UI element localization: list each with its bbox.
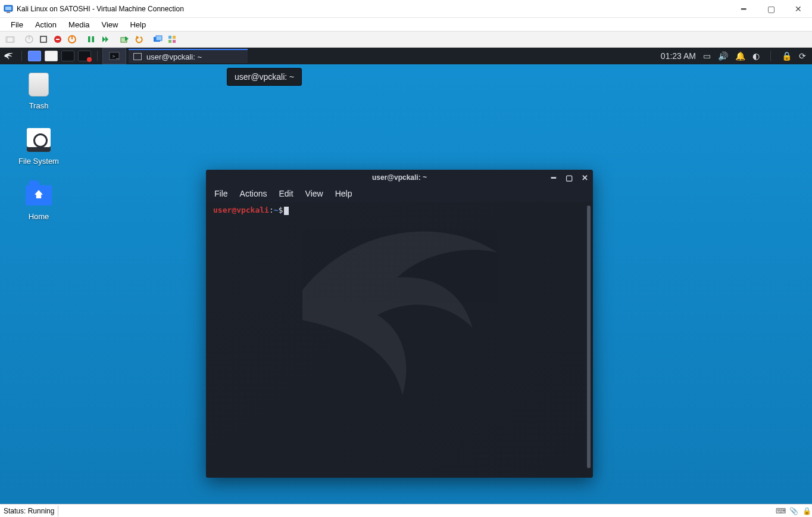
hyperv-menubar: File Action Media View Help [0, 18, 812, 31]
hyperv-toolbar [0, 31, 812, 48]
svg-rect-2 [7, 12, 10, 13]
icon-label: Trash [29, 101, 49, 110]
svg-rect-12 [88, 36, 90, 42]
separator [58, 506, 58, 516]
terminal-body[interactable]: user@vpckali:~$ [206, 202, 593, 478]
menu-action[interactable]: Action [29, 19, 63, 30]
icon-label: Home [29, 212, 49, 221]
shutdown-button[interactable] [51, 33, 64, 46]
workspace-icon[interactable]: ▭ [703, 51, 711, 61]
updates-icon[interactable]: ◐ [752, 51, 760, 61]
screen-recorder-icon[interactable] [78, 51, 91, 61]
term-menu-help[interactable]: Help [335, 189, 352, 198]
clipboard-status-icon: 📎 [788, 507, 799, 515]
term-menu-view[interactable]: View [305, 189, 323, 198]
prompt-symbol: $ [279, 205, 283, 214]
svg-rect-22 [173, 36, 176, 39]
separator [770, 51, 771, 61]
terminal-title: user@vpckali: ~ [372, 173, 427, 182]
checkpoint-button[interactable] [118, 33, 131, 46]
svg-rect-13 [92, 36, 95, 42]
term-menu-edit[interactable]: Edit [279, 189, 293, 198]
taskbar-window-button[interactable]: user@vpckali: ~ [129, 49, 248, 63]
hyperv-titlebar: Kali Linux on SATOSHI - Virtual Machine … [0, 0, 812, 18]
terminal-icon [133, 53, 142, 60]
terminal-close-button[interactable]: ✕ [580, 173, 589, 182]
volume-icon[interactable]: 🔊 [718, 51, 728, 61]
revert-button[interactable] [132, 33, 145, 46]
svg-rect-20 [156, 36, 162, 41]
turnoff-button[interactable] [37, 33, 50, 46]
tooltip-text: user@vpckali: ~ [235, 72, 294, 82]
close-button[interactable]: ✕ [785, 0, 812, 17]
ctrl-alt-del-button[interactable] [4, 33, 17, 46]
taskbar-app-terminal[interactable]: ＞_ [102, 48, 126, 64]
start-button[interactable] [23, 33, 36, 46]
term-menu-actions[interactable]: Actions [240, 189, 267, 198]
terminal-window[interactable]: user@vpckali: ~ ━ ▢ ✕ File Actions Edit … [206, 170, 593, 478]
notifications-icon[interactable]: 🔔 [735, 51, 745, 61]
kali-taskbar: ＞_ user@vpckali: ~ 01:23 AM ▭ 🔊 🔔 ◐ 🔒 ⟳ [0, 48, 812, 64]
enhanced-session-button[interactable] [151, 33, 164, 46]
file-manager-icon[interactable] [45, 51, 58, 61]
prompt-colon: : [269, 205, 274, 214]
menu-view[interactable]: View [96, 19, 124, 30]
svg-rect-1 [5, 7, 11, 10]
icon-label: File System [18, 157, 59, 166]
power-icon[interactable]: ⟳ [799, 51, 806, 61]
tooltip: user@vpckali: ~ [227, 68, 302, 86]
keyboard-status-icon: ⌨ [775, 507, 786, 515]
share-button[interactable] [165, 33, 179, 46]
terminal-titlebar[interactable]: user@vpckali: ~ ━ ▢ ✕ [206, 170, 593, 185]
terminal-menubar: File Actions Edit View Help [206, 185, 593, 202]
terminal-minimize-button[interactable]: ━ [549, 173, 558, 182]
desktop-icons: Trash File System Home [6, 71, 71, 221]
clock[interactable]: 01:23 AM [661, 51, 696, 61]
prompt-path: ~ [274, 205, 279, 214]
hyperv-statusbar: Status: Running ⌨ 📎 🔒 [0, 504, 812, 517]
separator [21, 51, 22, 61]
svg-marker-15 [105, 36, 108, 42]
desktop-icon-home[interactable]: Home [6, 182, 71, 221]
menu-media[interactable]: Media [63, 19, 95, 30]
save-button[interactable] [65, 33, 79, 46]
kali-dragon-watermark [248, 190, 557, 440]
svg-text:＞_: ＞_ [111, 54, 119, 59]
show-desktop-icon[interactable] [28, 51, 41, 61]
pause-button[interactable] [85, 33, 98, 46]
minimize-button[interactable]: ━ [730, 0, 757, 17]
menu-help[interactable]: Help [124, 19, 152, 30]
svg-marker-18 [136, 36, 139, 39]
home-folder-icon [26, 185, 52, 205]
svg-marker-14 [102, 36, 105, 42]
svg-rect-21 [168, 36, 171, 39]
desktop-icon-filesystem[interactable]: File System [6, 127, 71, 166]
trash-icon [29, 73, 49, 96]
desktop-icon-trash[interactable]: Trash [6, 71, 71, 110]
reset-button[interactable] [99, 33, 112, 46]
svg-rect-9 [56, 39, 60, 40]
hyperv-window-title: Kali Linux on SATOSHI - Virtual Machine … [17, 5, 730, 13]
menu-file[interactable]: File [5, 19, 29, 30]
svg-rect-7 [40, 36, 46, 42]
taskbar-window-title: user@vpckali: ~ [146, 52, 202, 61]
system-tray: 01:23 AM ▭ 🔊 🔔 ◐ 🔒 ⟳ [661, 51, 812, 61]
vmconnect-icon [4, 4, 13, 14]
prompt-user: user@vpckali [213, 205, 269, 214]
terminal-maximize-button[interactable]: ▢ [564, 173, 574, 182]
vm-display[interactable]: ＞_ user@vpckali: ~ 01:23 AM ▭ 🔊 🔔 ◐ 🔒 ⟳ … [0, 48, 812, 504]
maximize-button[interactable]: ▢ [757, 0, 785, 17]
disk-icon [27, 128, 51, 152]
lock-status-icon: 🔒 [801, 507, 812, 515]
status-text: Status: Running [4, 507, 54, 515]
svg-rect-24 [173, 40, 176, 43]
kali-menu-button[interactable] [0, 48, 18, 64]
terminal-launcher-icon[interactable] [61, 51, 74, 61]
lock-icon[interactable]: 🔒 [782, 51, 792, 61]
cursor [284, 207, 289, 215]
separator [97, 51, 98, 61]
svg-rect-23 [168, 40, 171, 43]
quick-launch [26, 48, 93, 64]
term-menu-file[interactable]: File [214, 189, 228, 198]
